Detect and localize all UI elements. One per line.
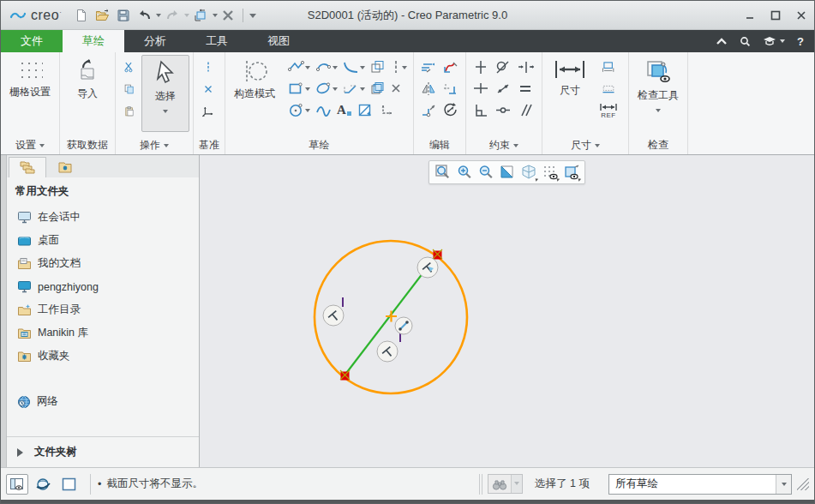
group-label-operations[interactable]: 操作	[116, 135, 193, 154]
selection-filter-combo[interactable]: 所有草绘	[608, 474, 792, 495]
line-tool-button[interactable]	[285, 58, 313, 75]
help-icon[interactable]: ?	[797, 35, 804, 48]
cut-icon[interactable]	[121, 58, 138, 75]
reference-dimension-button[interactable]: REF	[596, 103, 621, 119]
modify-button[interactable]	[417, 58, 440, 75]
symmetric-constraint-button[interactable]	[492, 101, 514, 118]
tangent-constraint-badge-left[interactable]	[323, 305, 344, 326]
copy-icon[interactable]	[121, 81, 138, 98]
save-button[interactable]	[114, 5, 133, 26]
perpendicular-constraint-button[interactable]	[470, 101, 492, 118]
tangent-constraint-button[interactable]	[492, 58, 514, 75]
midpoint-constraint-button[interactable]	[514, 58, 538, 75]
undo-button[interactable]	[135, 5, 154, 26]
redo-menu-arrow[interactable]	[184, 14, 189, 20]
corner-trim-button[interactable]	[440, 80, 462, 97]
midpoint-constraint-badge[interactable]	[395, 317, 412, 334]
point-tool-button[interactable]	[388, 80, 404, 97]
collapse-ribbon-icon[interactable]	[716, 38, 728, 45]
point-datum-icon[interactable]	[200, 81, 217, 98]
favorites-tab[interactable]	[46, 157, 84, 177]
tab-analysis[interactable]: 分析	[124, 30, 186, 52]
undo-menu-arrow[interactable]	[156, 14, 161, 20]
text-tool-button[interactable]: A	[334, 101, 355, 118]
tangent-constraint-badge-bottom[interactable]	[377, 341, 398, 362]
vertical-constraint-button[interactable]	[470, 58, 492, 75]
sidebar-item-favorites[interactable]: 收藏夹	[15, 345, 190, 368]
paste-icon[interactable]	[121, 103, 138, 120]
close-button[interactable]	[788, 4, 814, 27]
sidebar-item-desktop[interactable]: 桌面	[15, 229, 190, 252]
baseline-dimension-icon[interactable]	[599, 81, 618, 98]
construction-mode-button[interactable]: 构造模式	[229, 55, 280, 103]
offset-thicken-button[interactable]	[368, 80, 388, 97]
tab-sketch[interactable]: 草绘	[63, 30, 124, 52]
graphics-area[interactable]	[200, 155, 814, 467]
vertex-top-right[interactable]	[433, 249, 442, 260]
sidebar-item-manikin-library[interactable]: Manikin 库	[15, 321, 190, 345]
centerline-tool-icon	[391, 60, 401, 74]
tangent-constraint-badge-top[interactable]	[417, 257, 438, 278]
delete-segment-button[interactable]	[440, 58, 462, 75]
circle-tool-button[interactable]	[285, 101, 313, 118]
tab-tools[interactable]: 工具	[186, 30, 248, 52]
ellipse-tool-button[interactable]	[313, 80, 340, 97]
rotate-resize-button[interactable]	[440, 101, 462, 118]
tab-file[interactable]: 文件	[1, 30, 63, 52]
command-search-icon[interactable]	[740, 36, 751, 47]
perimeter-dimension-icon[interactable]	[599, 58, 618, 75]
sidebar-item-in-session[interactable]: 在会话中	[15, 206, 190, 229]
close-window-button[interactable]	[219, 5, 237, 26]
folder-tree-expander[interactable]: 文件夹树	[7, 436, 199, 467]
divide-button[interactable]	[417, 101, 440, 118]
resize-grip[interactable]	[797, 478, 809, 490]
navigator-toggle-button[interactable]	[6, 474, 28, 495]
import-button[interactable]: 导入	[63, 55, 111, 103]
rectangle-tool-button[interactable]	[285, 80, 313, 97]
group-label-settings[interactable]: 设置	[1, 135, 59, 154]
centerline-datum-icon[interactable]	[200, 58, 217, 75]
fillet-tool-button[interactable]	[340, 58, 368, 75]
parallel-constraint-button[interactable]	[514, 101, 536, 118]
offset-tool-button[interactable]	[368, 58, 388, 75]
find-button[interactable]	[488, 474, 523, 494]
palette-tool-button[interactable]	[355, 101, 376, 118]
minimize-button[interactable]	[737, 4, 763, 27]
centerline-tool-button[interactable]	[388, 58, 410, 75]
grid-settings-button[interactable]: 栅格设置	[4, 55, 56, 101]
new-file-button[interactable]	[72, 5, 91, 26]
arc-tool-button[interactable]	[313, 58, 340, 75]
sidebar-item-my-documents[interactable]: 我的文档	[15, 252, 190, 275]
sidebar-item-working-directory[interactable]: 工作目录	[15, 298, 190, 321]
mirror-button[interactable]	[417, 80, 440, 97]
inspect-tools-button[interactable]: 检查工具	[632, 55, 684, 117]
horizontal-constraint-button[interactable]	[470, 80, 492, 97]
learning-connector[interactable]	[763, 36, 785, 46]
tab-view[interactable]: 视图	[248, 30, 309, 52]
equal-constraint-button[interactable]	[514, 80, 536, 97]
sidebar-item-computer[interactable]: pengzhiyong	[15, 275, 190, 298]
select-button[interactable]: 选择	[141, 55, 189, 132]
sketch-geometry[interactable]	[200, 155, 815, 467]
dimension-button[interactable]: 尺寸	[546, 55, 594, 99]
spline-tool-button[interactable]	[313, 101, 334, 118]
filter-dropdown-button[interactable]	[776, 475, 791, 494]
regenerate-button[interactable]	[191, 5, 211, 26]
folder-browser-tab[interactable]	[9, 157, 46, 177]
open-file-button[interactable]	[93, 5, 112, 26]
sidebar-item-network[interactable]: 网络	[15, 390, 190, 413]
vertex-bottom-left[interactable]	[340, 370, 350, 381]
group-label-dimension[interactable]: 尺寸	[542, 135, 628, 154]
coordinate-system-icon[interactable]	[199, 103, 218, 120]
coincident-constraint-button[interactable]	[492, 80, 514, 97]
group-label-constrain[interactable]: 约束	[466, 135, 542, 154]
customize-qat-arrow[interactable]	[249, 14, 256, 21]
web-browser-toggle-button[interactable]	[32, 474, 54, 495]
regenerate-menu-arrow[interactable]	[213, 14, 218, 20]
maximize-button[interactable]	[763, 4, 788, 27]
redo-button[interactable]	[163, 5, 183, 26]
chamfer-tool-button[interactable]	[340, 80, 368, 97]
sketch-csys-button[interactable]	[376, 101, 399, 118]
find-menu-arrow[interactable]	[511, 475, 522, 493]
full-screen-toggle-button[interactable]	[57, 474, 80, 495]
